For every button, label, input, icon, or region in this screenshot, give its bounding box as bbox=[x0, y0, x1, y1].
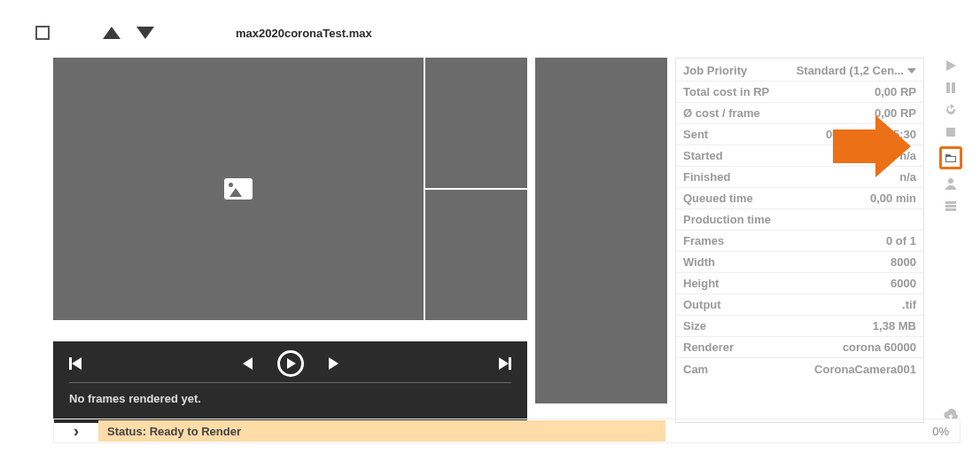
stack-button[interactable] bbox=[943, 198, 959, 214]
svg-rect-7 bbox=[945, 208, 956, 211]
info-value: 0,00 RP bbox=[875, 85, 916, 98]
info-label: Cam bbox=[683, 363, 708, 376]
info-row: Renderercorona 60000 bbox=[676, 337, 923, 358]
info-label: Renderer bbox=[683, 340, 734, 354]
play-button[interactable] bbox=[277, 350, 304, 377]
svg-rect-5 bbox=[945, 201, 956, 204]
info-label: Production time bbox=[683, 213, 771, 226]
info-row: Frames0 of 1 bbox=[676, 231, 923, 252]
preview-tile-b[interactable] bbox=[425, 190, 527, 320]
info-label: Size bbox=[683, 319, 706, 333]
stop-button[interactable] bbox=[943, 124, 959, 140]
info-value: corona 60000 bbox=[843, 340, 916, 354]
playbar: No frames rendered yet. bbox=[53, 341, 527, 423]
info-label: Total cost in RP bbox=[683, 85, 769, 98]
info-row: Height6000 bbox=[676, 273, 923, 294]
image-placeholder-icon bbox=[224, 178, 253, 200]
svg-rect-1 bbox=[952, 82, 955, 93]
info-label: Output bbox=[683, 298, 721, 311]
svg-rect-6 bbox=[945, 205, 956, 207]
chevron-down-icon bbox=[907, 68, 916, 74]
info-row-priority: Job Priority Standard (1,2 Cen... bbox=[676, 60, 923, 82]
open-output-button[interactable] bbox=[939, 146, 962, 169]
info-row: Sent06.04.2020 15:30 bbox=[676, 124, 923, 145]
info-value: 06.04.2020 15:30 bbox=[826, 128, 916, 141]
info-label: Ø cost / frame bbox=[683, 106, 760, 120]
info-label: Job Priority bbox=[683, 64, 747, 77]
expand-status-button[interactable]: › bbox=[54, 422, 98, 441]
status-percent: 0% bbox=[932, 425, 960, 438]
info-value: n/a bbox=[899, 170, 916, 184]
preview-main[interactable] bbox=[53, 58, 424, 320]
last-frame-button[interactable] bbox=[499, 357, 511, 370]
info-label: Finished bbox=[683, 170, 730, 184]
info-value: 6000 bbox=[891, 277, 916, 290]
info-label: Started bbox=[683, 149, 723, 162]
start-button[interactable] bbox=[943, 58, 959, 74]
prev-frame-button[interactable] bbox=[243, 357, 253, 370]
info-row: Queued time0,00 min bbox=[676, 188, 923, 209]
info-label: Sent bbox=[683, 128, 708, 141]
first-frame-button[interactable] bbox=[69, 357, 82, 370]
user-button[interactable] bbox=[943, 176, 959, 192]
secondary-pane[interactable] bbox=[535, 58, 667, 403]
info-value: CoronaCamera001 bbox=[814, 363, 916, 376]
info-label: Width bbox=[683, 255, 715, 269]
svg-rect-3 bbox=[946, 157, 955, 161]
svg-rect-0 bbox=[946, 82, 950, 93]
info-row: Output.tif bbox=[676, 294, 923, 316]
info-row: Total cost in RP0,00 RP bbox=[676, 82, 923, 103]
preview-message: No frames rendered yet. bbox=[53, 385, 527, 412]
pause-button[interactable] bbox=[943, 80, 959, 96]
svg-rect-2 bbox=[946, 128, 955, 137]
info-value: n/a bbox=[899, 149, 916, 162]
job-info-panel: Job Priority Standard (1,2 Cen... Total … bbox=[675, 58, 924, 423]
sort-down-icon[interactable] bbox=[136, 27, 154, 39]
status-bar: › Status: Ready to Render 0% bbox=[53, 419, 961, 443]
info-value: 0,00 RP bbox=[875, 106, 916, 120]
preview-tile-a[interactable] bbox=[425, 58, 527, 188]
info-value: 1,38 MB bbox=[873, 319, 916, 333]
info-label: Frames bbox=[683, 234, 724, 247]
info-label: Height bbox=[683, 277, 719, 290]
file-name: max2020coronaTest.max bbox=[236, 27, 372, 40]
info-value: 8000 bbox=[891, 255, 916, 269]
info-row: CamCoronaCamera001 bbox=[676, 358, 923, 380]
info-row: Finishedn/a bbox=[676, 167, 923, 188]
next-frame-button[interactable] bbox=[329, 357, 338, 370]
info-row: Width8000 bbox=[676, 252, 923, 273]
restart-button[interactable] bbox=[943, 102, 959, 118]
info-row: Size1,38 MB bbox=[676, 316, 923, 337]
info-value: 0 of 1 bbox=[886, 234, 916, 247]
select-checkbox[interactable] bbox=[35, 26, 50, 40]
preview-column: No frames rendered yet. bbox=[53, 58, 527, 423]
info-value: 0,00 min bbox=[870, 192, 916, 205]
status-label: Status: Ready to Render bbox=[98, 420, 665, 442]
job-toolbar bbox=[941, 58, 961, 424]
sort-up-icon[interactable] bbox=[103, 27, 121, 39]
priority-dropdown[interactable]: Standard (1,2 Cen... bbox=[797, 64, 916, 77]
info-value: .tif bbox=[902, 298, 916, 311]
info-row: Startedn/a bbox=[676, 145, 923, 167]
info-row: Ø cost / frame0,00 RP bbox=[676, 103, 923, 124]
info-label: Queued time bbox=[683, 192, 753, 205]
info-row: Production time bbox=[676, 209, 923, 231]
svg-point-4 bbox=[948, 178, 953, 184]
